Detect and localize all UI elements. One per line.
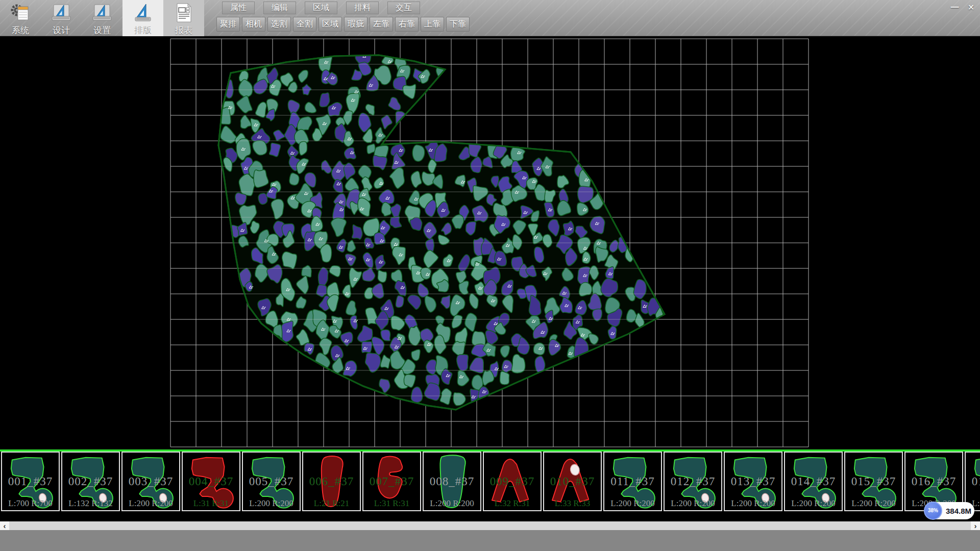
percent-circle: 38%: [924, 502, 942, 520]
part-counts: L:132 R:132: [62, 498, 119, 509]
part-label: 013_#37: [725, 475, 781, 488]
menu-tab-5[interactable]: 交互: [387, 2, 420, 14]
part-label: 007_#37: [363, 475, 420, 488]
mode-button-1[interactable]: 系统: [0, 0, 41, 36]
part-thumbnail-014_#37[interactable]: 014_#37L:200 R:200: [784, 452, 843, 511]
ribbon-toolbar: 系统设计设置排版报表 属性编辑区域排料交互 聚排相机选割全割区域瑕疵左靠右靠上靠…: [0, 0, 980, 36]
part-label: 004_#37: [183, 475, 239, 488]
part-thumbnail-006_#37[interactable]: 006_#37L:21 R:21: [302, 452, 361, 511]
mode-button-2[interactable]: 设计: [41, 0, 82, 36]
part-label: 016_#37: [905, 475, 962, 488]
mode-button-label: 设置: [93, 24, 111, 36]
parts-thumbnail-strip: 001_#37L:700 R:700002_#37L:132 R:132003_…: [0, 452, 980, 521]
part-thumbnail-015_#37[interactable]: 015_#37L:200 R:200: [844, 452, 903, 511]
part-counts: L:200 R:200: [604, 498, 661, 509]
part-thumbnail-005_#37[interactable]: 005_#37L:200 R:200: [242, 452, 301, 511]
part-label: 012_#37: [665, 475, 721, 488]
minimize-button[interactable]: —: [948, 2, 962, 13]
part-counts: L:31 R:31: [363, 498, 420, 509]
design-triangle-icon: [50, 2, 72, 24]
part-counts: L:200 R:200: [845, 498, 902, 509]
tool-button-10[interactable]: 下靠: [446, 17, 470, 32]
settings-triangle-icon: [91, 2, 113, 24]
menu-tab-3[interactable]: 区域: [305, 2, 337, 14]
scrollbar-track[interactable]: [9, 521, 971, 530]
report-doc-icon: [173, 2, 195, 24]
part-counts: L:33 R:33: [544, 498, 601, 509]
tool-button-3[interactable]: 选割: [267, 17, 291, 32]
tool-button-2[interactable]: 相机: [242, 17, 265, 32]
scroll-right-button[interactable]: ›: [971, 521, 980, 530]
part-counts: L:200 R:200: [785, 498, 842, 509]
tool-button-9[interactable]: 上靠: [421, 17, 444, 32]
part-label: 002_#37: [62, 475, 119, 488]
app-window: 系统设计设置排版报表 属性编辑区域排料交互 聚排相机选割全割区域瑕疵左靠右靠上靠…: [0, 0, 980, 551]
horizontal-scrollbar[interactable]: ‹ ›: [0, 521, 980, 530]
close-button[interactable]: ✕: [964, 2, 978, 13]
main-mode-buttons: 系统设计设置排版报表: [0, 0, 204, 36]
part-counts: L:200 R:200: [424, 498, 480, 509]
tool-button-7[interactable]: 左靠: [370, 17, 393, 32]
mode-button-4[interactable]: 排版: [122, 0, 163, 36]
part-label: 015_#37: [845, 475, 902, 488]
part-counts: L:200 R:200: [665, 498, 721, 509]
part-label: 017_#37: [966, 475, 980, 488]
part-counts: L:200 R:200: [243, 498, 300, 509]
part-counts: L:200 R:200: [122, 498, 179, 509]
part-thumbnail-011_#37[interactable]: 011_#37L:200 R:200: [603, 452, 662, 511]
mode-button-5[interactable]: 报表: [163, 0, 204, 36]
tool-button-6[interactable]: 瑕疵: [344, 17, 368, 32]
part-label: 006_#37: [303, 475, 360, 488]
part-label: 010_#37: [544, 475, 601, 488]
part-label: 005_#37: [243, 475, 300, 488]
part-thumbnail-008_#37[interactable]: 008_#37L:200 R:200: [423, 452, 481, 511]
tool-button-row: 聚排相机选割全割区域瑕疵左靠右靠上靠下靠: [216, 17, 470, 32]
part-label: 014_#37: [785, 475, 842, 488]
part-thumbnail-003_#37[interactable]: 003_#37L:200 R:200: [121, 452, 180, 511]
part-counts: L:32 R:31: [484, 498, 541, 509]
part-label: 008_#37: [424, 475, 480, 488]
memory-value: 384.8M: [946, 507, 971, 515]
part-thumbnail-001_#37[interactable]: 001_#37L:700 R:700: [1, 452, 60, 511]
part-counts: L:200 R:200: [725, 498, 781, 509]
bottom-bar: [0, 530, 980, 551]
mode-button-3[interactable]: 设置: [82, 0, 122, 36]
tool-button-1[interactable]: 聚排: [216, 17, 240, 32]
part-thumbnail-004_#37[interactable]: 004_#37L:31 R:31: [182, 452, 240, 511]
part-thumbnail-002_#37[interactable]: 002_#37L:132 R:132: [61, 452, 120, 511]
part-label: 001_#37: [2, 475, 59, 488]
part-thumbnail-013_#37[interactable]: 013_#37L:200 R:200: [724, 452, 782, 511]
part-label: 011_#37: [604, 475, 661, 488]
part-label: 003_#37: [122, 475, 179, 488]
scroll-left-button[interactable]: ‹: [0, 521, 9, 530]
part-thumbnail-007_#37[interactable]: 007_#37L:31 R:31: [362, 452, 421, 511]
part-counts: L:21 R:21: [303, 498, 360, 509]
mode-button-label: 排版: [134, 24, 152, 36]
menu-tab-1[interactable]: 属性: [222, 2, 255, 14]
system-gear-icon: [9, 2, 32, 24]
part-counts: L:700 R:700: [2, 498, 59, 509]
part-thumbnail-012_#37[interactable]: 012_#37L:200 R:200: [664, 452, 722, 511]
nesting-canvas[interactable]: [0, 36, 980, 449]
menu-tab-4[interactable]: 排料: [346, 2, 379, 14]
part-thumbnail-009_#37[interactable]: 009_#37L:32 R:31: [483, 452, 542, 511]
nesting-canvas-drawing: [0, 36, 980, 449]
layout-triangle-icon: [132, 2, 154, 24]
memory-badge[interactable]: 38% 384.8M: [924, 502, 974, 519]
mode-button-label: 报表: [175, 24, 192, 36]
menu-tab-2[interactable]: 编辑: [263, 2, 296, 14]
tool-button-8[interactable]: 右靠: [395, 17, 419, 32]
tool-button-5[interactable]: 区域: [318, 17, 342, 32]
part-counts: L:31 R:31: [183, 498, 239, 509]
part-thumbnail-010_#37[interactable]: 010_#37L:33 R:33: [543, 452, 602, 511]
menu-tab-row: 属性编辑区域排料交互: [222, 2, 420, 14]
part-label: 009_#37: [484, 475, 541, 488]
mode-button-label: 系统: [12, 24, 29, 36]
window-controls: — ✕: [948, 2, 978, 13]
tool-button-4[interactable]: 全割: [293, 17, 316, 32]
mode-button-label: 设计: [53, 24, 70, 36]
